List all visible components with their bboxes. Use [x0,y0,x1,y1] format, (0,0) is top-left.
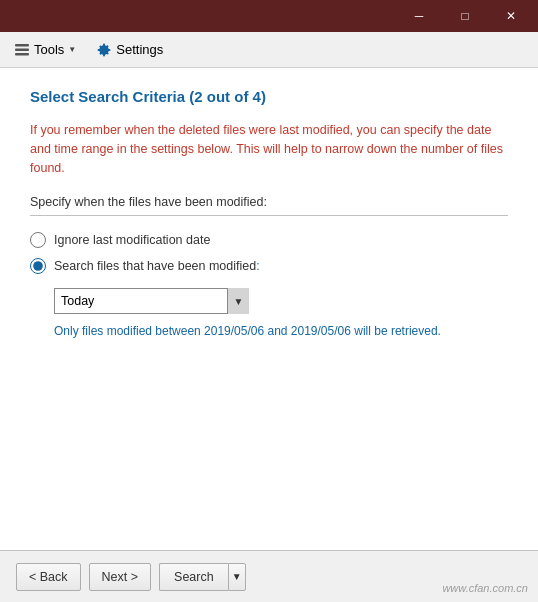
search-button-group: Search ▼ [159,563,246,591]
description-text: If you remember when the deleted files w… [30,121,508,177]
svg-rect-2 [15,53,29,56]
search-button[interactable]: Search [159,563,228,591]
dropdown-container: Today Yesterday Last 7 Days Last 30 Days… [54,288,508,314]
main-content: Select Search Criteria (2 out of 4) If y… [0,68,538,550]
bottom-bar: < Back Next > Search ▼ [0,550,538,602]
radio-search-label[interactable]: Search files that have been modified: [30,258,508,274]
radio-search[interactable] [30,258,46,274]
radio-ignore-text: Ignore last modification date [54,233,210,247]
svg-rect-1 [15,48,29,51]
date-range-dropdown[interactable]: Today Yesterday Last 7 Days Last 30 Days… [54,288,249,314]
menu-bar: Tools ▼ Settings [0,32,538,68]
radio-search-colon: : [256,259,259,273]
page-title: Select Search Criteria (2 out of 4) [30,88,508,105]
radio-group: Ignore last modification date Search fil… [30,232,508,274]
tools-label: Tools [34,42,64,57]
maximize-button[interactable]: □ [442,0,488,32]
section-divider [30,215,508,216]
date-info-text: Only files modified between 2019/05/06 a… [54,324,508,338]
title-bar-controls: ─ □ ✕ [396,0,534,32]
tools-chevron-icon: ▼ [68,45,76,54]
minimize-button[interactable]: ─ [396,0,442,32]
search-dropdown-button[interactable]: ▼ [228,563,246,591]
settings-icon [96,42,112,58]
tools-menu[interactable]: Tools ▼ [8,38,82,62]
svg-rect-0 [15,44,29,47]
radio-search-text: Search files that have been modified: [54,259,260,273]
tools-icon [14,42,30,58]
settings-label: Settings [116,42,163,57]
next-button[interactable]: Next > [89,563,151,591]
radio-ignore-label[interactable]: Ignore last modification date [30,232,508,248]
section-label: Specify when the files have been modifie… [30,195,508,209]
settings-menu[interactable]: Settings [90,38,169,62]
date-range-dropdown-wrapper: Today Yesterday Last 7 Days Last 30 Days… [54,288,249,314]
watermark: www.cfan.com.cn [442,582,528,594]
close-button[interactable]: ✕ [488,0,534,32]
radio-ignore[interactable] [30,232,46,248]
back-button[interactable]: < Back [16,563,81,591]
title-bar: ─ □ ✕ [0,0,538,32]
